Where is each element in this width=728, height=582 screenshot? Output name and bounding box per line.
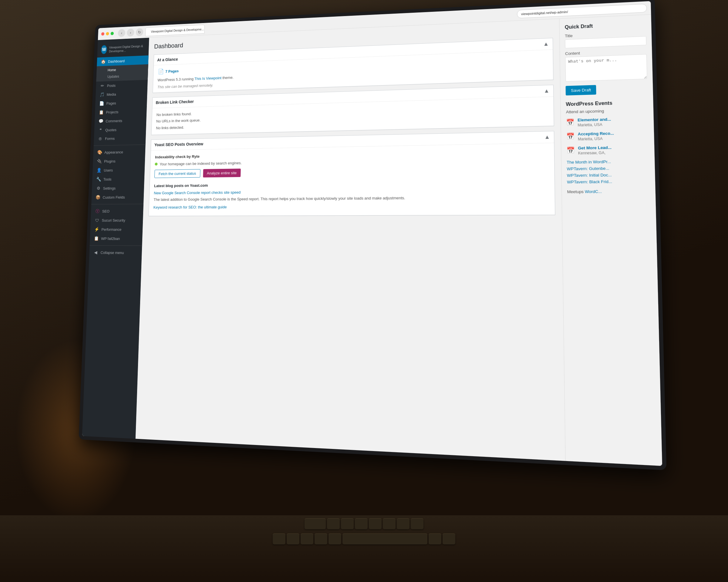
sidebar-item-forms[interactable]: ® Forms [94,133,146,143]
screen-inner: ‹ › ↻ Viewpoint Digital Design & Develop… [82,1,662,466]
sidebar-item-appearance[interactable]: 🎨 Appearance [93,147,145,157]
sidebar-item-plugins[interactable]: 🔌 Plugins [93,156,145,166]
sidebar-item-comments[interactable]: 💬 Comments [94,115,147,126]
sidebar-item-collapse[interactable]: ◀ Collapse menu [89,248,142,257]
fail2ban-icon: 📋 [94,236,99,241]
sidebar-separator-3 [90,245,142,246]
sidebar-separator-2 [91,204,144,204]
site-name: Viewpoint Digital Design & Developme... [109,44,145,53]
active-tab[interactable]: Viewpoint Digital Design & Developme... [145,25,205,36]
key-3[interactable] [355,518,368,529]
blog-post-1-desc: The latest addition to Google Search Con… [154,194,549,202]
theme-link[interactable]: This Is Viewpoint [194,76,222,81]
sidebar-item-fail2ban[interactable]: 📋 WP fail2ban [90,234,142,243]
sidebar-label-projects: Projects [106,110,118,114]
sidebar-label-seo: SEO [102,209,110,213]
events-intro: Attend an upcoming [566,108,648,114]
draft-content-textarea[interactable] [565,54,647,82]
key-6[interactable] [397,518,410,529]
key-u[interactable] [428,533,441,545]
meetups-link[interactable]: WordC... [585,189,602,194]
draft-title-input[interactable] [565,36,646,48]
address-text: viewpointdigital.net/wp-admin/ [521,10,568,16]
sidebar-item-sucuri[interactable]: 🛡 Sucuri Security [90,216,143,225]
event-title-2[interactable]: Accepting Reco... [578,131,614,136]
blc-toggle[interactable]: ▲ [544,88,549,94]
sidebar-label-tools: Tools [103,177,112,181]
news-link-2: WPTavern: Gutenbe... [567,166,649,171]
key-5[interactable] [383,518,395,529]
sidebar-item-projects[interactable]: 📋 Projects [95,107,147,117]
sidebar-item-custom-fields[interactable]: 📦 Custom Fields [91,193,144,202]
event-title-1[interactable]: Elementor and... [577,117,611,122]
sidebar-label-appearance: Appearance [104,150,123,154]
browser-navigation: ‹ › ↻ [118,28,143,37]
spacebar[interactable] [342,533,427,545]
blog-post-2-link[interactable]: Keyword research for SEO: the ultimate g… [154,203,550,210]
key-w[interactable] [287,533,300,545]
maximize-window-button[interactable] [110,31,114,35]
reload-button[interactable]: ↻ [136,28,143,36]
event-location-1: Marietta, USA [577,122,611,127]
event-title-3[interactable]: Get More Lead... [578,145,612,150]
yoast-title: Yoast SEO Posts Overview [154,142,204,147]
sidebar-label-posts: Posts [107,83,116,88]
fetch-status-button[interactable]: Fetch the current status [154,169,200,178]
key-r[interactable] [315,533,327,545]
sidebar-item-seo[interactable]: Ⓨ SEO [91,206,144,216]
seo-icon: Ⓨ [95,209,100,214]
key-7[interactable] [411,518,423,529]
sidebar-separator-1 [94,145,146,146]
sidebar-label-fail2ban: WP fail2ban [101,237,120,241]
indexability-text: Your homepage can be indexed by search e… [160,161,242,166]
key-i[interactable] [443,533,455,545]
sidebar-label-plugins: Plugins [104,159,115,163]
key-t[interactable] [329,533,341,545]
blog-post-1-link[interactable]: New Google Search Console report checks … [154,187,549,195]
posts-icon: ✏ [100,83,105,88]
sidebar-item-performance[interactable]: ⚡ Performance [90,225,143,234]
meetups-title: Meetups WordC... [567,189,602,194]
media-icon: 🎵 [99,92,105,97]
yoast-body: Indexability check by Ryte Your homepage… [149,143,555,216]
keyboard-area [0,515,728,582]
sidebar-label-users: Users [104,168,113,172]
sidebar-label-performance: Performance [101,227,121,231]
yoast-toggle[interactable]: ▲ [544,134,550,140]
news-link-1: The Month in WordPr... [567,159,649,165]
sidebar-label-settings: Settings [103,186,116,190]
settings-icon: ⚙ [96,186,101,191]
close-window-button[interactable] [101,32,105,35]
key-e[interactable] [301,533,313,545]
at-a-glance-toggle[interactable]: ▲ [543,41,549,48]
event-calendar-icon-1: 📅 [566,118,574,126]
back-button[interactable]: ‹ [118,29,125,37]
minimize-window-button[interactable] [106,32,109,35]
save-draft-button[interactable]: Save Draft [566,85,596,95]
key-1[interactable] [327,518,340,529]
key-4[interactable] [369,518,382,529]
sidebar-item-users[interactable]: 👤 Users [93,165,145,175]
wp-layout: W Viewpoint Digital Design & Developme..… [82,15,662,466]
event-item-1: 📅 Elementor and... Marietta, USA [566,116,648,128]
sidebar-item-quotes[interactable]: ❝ Quotes [94,124,146,135]
pages-stat-link[interactable]: 7 Pages [165,69,179,73]
event-item-2: 📅 Accepting Reco... Marietta, USA [566,130,649,142]
wp-logo-area: W Viewpoint Digital Design & Developme..… [97,40,149,58]
meetups-section: Meetups WordC... [567,188,650,195]
event-item-3: 📅 Get More Lead... Kennesaw, GA, [566,145,649,156]
sucuri-icon: 🛡 [94,218,100,223]
analyze-site-button[interactable]: Analyze entire site [203,169,241,177]
performance-icon: ⚡ [94,227,100,232]
sidebar-item-tools[interactable]: 🔧 Tools [92,174,145,184]
escape-key[interactable] [305,518,326,529]
blc-title: Broken Link Checker [156,100,194,105]
screen-bezel: ‹ › ↻ Viewpoint Digital Design & Develop… [79,0,667,470]
forward-button[interactable]: › [127,28,134,36]
sidebar-item-settings[interactable]: ⚙ Settings [92,184,145,193]
dashboard-submenu: Home Updates [96,64,148,82]
stat-pages: 📄 7 Pages [158,68,179,75]
wp-logo-icon: W [101,45,107,54]
key-2[interactable] [341,518,354,529]
key-q[interactable] [273,533,285,545]
